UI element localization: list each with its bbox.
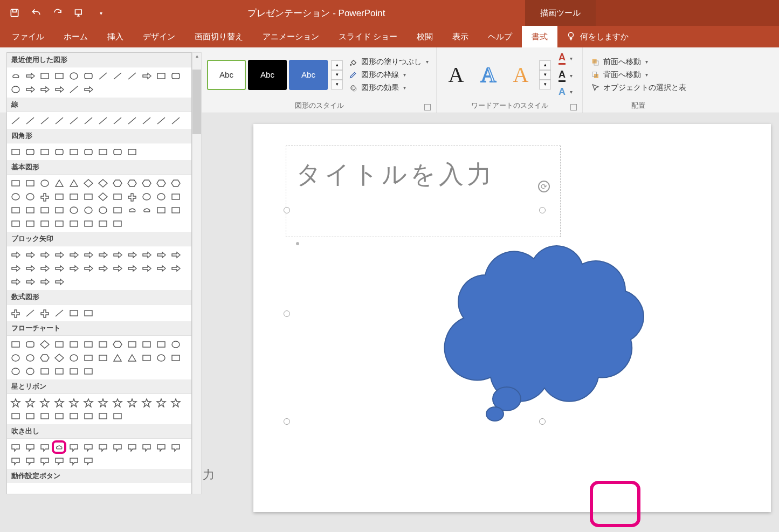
shape-gallery-item[interactable]	[154, 261, 168, 275]
shape-gallery-item[interactable]	[139, 261, 154, 275]
shape-gallery-item[interactable]	[37, 82, 52, 96]
shape-gallery-item[interactable]	[95, 440, 110, 454]
shape-gallery-item[interactable]	[37, 145, 52, 158]
shape-gallery-item[interactable]	[81, 306, 95, 320]
shape-gallery-item[interactable]	[52, 396, 66, 409]
redo-icon[interactable]	[51, 6, 65, 20]
shape-gallery-item[interactable]	[8, 203, 23, 217]
shape-gallery-item[interactable]	[37, 190, 52, 203]
shape-gallery-item[interactable]	[139, 114, 154, 127]
tab-slideshow[interactable]: スライド ショー	[329, 26, 407, 47]
shape-gallery-item[interactable]	[125, 190, 139, 203]
shape-gallery-item[interactable]	[66, 176, 81, 190]
shape-gallery-item[interactable]	[95, 145, 110, 158]
shape-gallery-item[interactable]	[81, 176, 95, 190]
title-placeholder[interactable]: タイトルを入力	[286, 146, 561, 237]
shape-gallery-item[interactable]	[37, 114, 52, 127]
shape-gallery-item[interactable]	[8, 364, 23, 378]
shape-gallery-item[interactable]	[125, 114, 139, 127]
shape-gallery-item[interactable]	[95, 337, 110, 351]
shape-gallery-item[interactable]	[8, 145, 23, 158]
shape-gallery-item[interactable]	[8, 248, 23, 261]
shape-gallery-item[interactable]	[66, 114, 81, 127]
shape-gallery-item[interactable]	[23, 203, 37, 217]
dialog-launcher-icon[interactable]	[424, 104, 431, 110]
shape-gallery-item[interactable]	[168, 190, 183, 203]
shape-gallery-item[interactable]	[81, 145, 95, 158]
shape-gallery-item[interactable]	[8, 69, 23, 82]
shape-gallery-item[interactable]	[37, 351, 52, 364]
shape-gallery-item[interactable]	[23, 114, 37, 127]
shape-gallery-item[interactable]	[52, 261, 66, 275]
undo-icon[interactable]	[29, 6, 43, 20]
shape-gallery-item[interactable]	[154, 203, 168, 217]
shape-gallery-item[interactable]	[110, 248, 125, 261]
shape-gallery-item[interactable]	[37, 248, 52, 261]
shape-gallery-item[interactable]	[66, 261, 81, 275]
shape-gallery-item[interactable]	[81, 82, 95, 96]
shape-gallery-item[interactable]	[66, 248, 81, 261]
wa-more-button[interactable]: ▾	[539, 80, 551, 89]
selection-handle[interactable]	[284, 310, 290, 317]
shape-gallery-item[interactable]	[66, 306, 81, 320]
shape-gallery-item[interactable]	[154, 190, 168, 203]
text-outline-button[interactable]: A▾	[555, 68, 576, 83]
shape-gallery-item[interactable]	[81, 69, 95, 82]
shape-gallery-item[interactable]	[8, 306, 23, 320]
shape-gallery-item[interactable]	[110, 114, 125, 127]
selection-handle[interactable]	[284, 418, 290, 425]
tab-view[interactable]: 表示	[443, 26, 478, 47]
shape-gallery-item[interactable]	[110, 261, 125, 275]
shape-effects-button[interactable]: 図形の効果▾	[345, 82, 432, 94]
shape-gallery-item[interactable]	[154, 440, 168, 454]
shape-gallery-item[interactable]	[8, 409, 23, 423]
shape-gallery-item[interactable]	[154, 351, 168, 364]
shape-gallery-item[interactable]	[37, 217, 52, 230]
shape-fill-button[interactable]: 図形の塗りつぶし▾	[345, 56, 432, 68]
shape-gallery-item[interactable]	[168, 396, 183, 409]
shape-gallery-item[interactable]	[139, 248, 154, 261]
shape-gallery-item[interactable]	[52, 275, 66, 288]
shape-gallery-item[interactable]	[110, 190, 125, 203]
shape-gallery-item[interactable]	[52, 190, 66, 203]
shape-gallery-item[interactable]	[23, 217, 37, 230]
qat-customize-icon[interactable]: ▾	[94, 6, 108, 20]
shape-gallery-item[interactable]	[81, 114, 95, 127]
wordart-swatch-1[interactable]: A	[441, 60, 471, 90]
start-from-beginning-icon[interactable]	[72, 6, 86, 20]
cloud-callout-shape[interactable]	[426, 232, 658, 426]
wordart-swatch-2[interactable]: A	[473, 60, 504, 90]
shape-gallery-item[interactable]	[110, 337, 125, 351]
shape-gallery-item[interactable]	[125, 69, 139, 82]
shape-gallery-item[interactable]	[66, 409, 81, 423]
text-fill-button[interactable]: A▾	[555, 51, 576, 66]
shape-gallery-item[interactable]	[95, 176, 110, 190]
shape-gallery-item[interactable]	[95, 396, 110, 409]
shape-gallery-item[interactable]	[110, 69, 125, 82]
shape-gallery-item[interactable]	[139, 396, 154, 409]
tab-review[interactable]: 校閲	[407, 26, 443, 47]
shape-gallery-item[interactable]	[81, 261, 95, 275]
style-down-button[interactable]: ▾	[331, 70, 343, 80]
shape-gallery-item[interactable]	[168, 114, 183, 127]
shape-gallery-item[interactable]	[8, 440, 23, 454]
shape-gallery-item[interactable]	[37, 396, 52, 409]
shape-style-swatch-2[interactable]: Abc	[248, 60, 287, 90]
shape-gallery-item[interactable]	[125, 145, 139, 158]
shape-gallery-item[interactable]	[37, 364, 52, 378]
text-effects-button[interactable]: A▾	[555, 85, 576, 99]
shape-gallery-item[interactable]	[8, 114, 23, 127]
shape-gallery-item[interactable]	[66, 145, 81, 158]
style-more-button[interactable]: ▾	[331, 80, 343, 89]
shape-gallery-item[interactable]	[52, 82, 66, 96]
shape-gallery-item[interactable]	[81, 248, 95, 261]
shape-gallery-item[interactable]	[23, 440, 37, 454]
selection-handle[interactable]	[284, 207, 290, 213]
shape-gallery-item[interactable]	[66, 351, 81, 364]
tab-transitions[interactable]: 画面切り替え	[185, 26, 253, 47]
shape-gallery-item[interactable]	[37, 275, 52, 288]
shape-gallery-item[interactable]	[154, 396, 168, 409]
shape-gallery-item[interactable]	[66, 440, 81, 454]
shape-gallery-item[interactable]	[110, 145, 125, 158]
shape-gallery-item[interactable]	[52, 248, 66, 261]
